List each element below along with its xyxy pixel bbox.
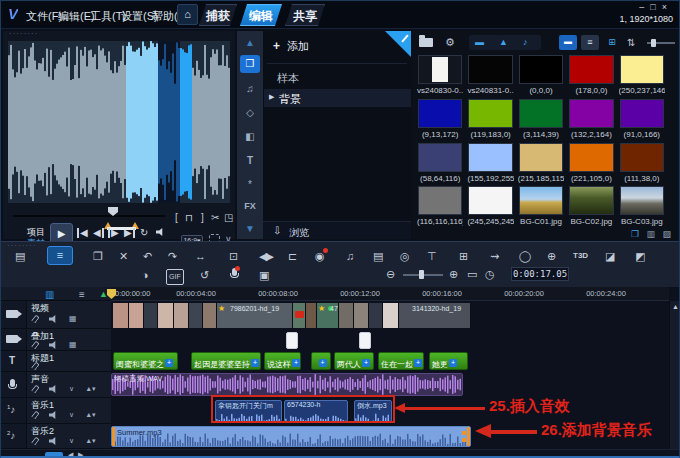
voiceover-mic-icon[interactable]: [232, 268, 237, 276]
link-icon[interactable]: [31, 361, 40, 370]
fit-timeline-icon[interactable]: ▭: [467, 268, 477, 280]
copy-icon[interactable]: ❐: [93, 250, 103, 262]
zoom-out-icon[interactable]: ⊖: [386, 268, 395, 280]
thumbnail[interactable]: [569, 99, 613, 128]
media-thumb[interactable]: vs240831-0...: [467, 55, 513, 96]
video-clip-segment[interactable]: [113, 303, 129, 328]
options-gear-icon[interactable]: ⚙: [445, 36, 455, 49]
video-clip-segment[interactable]: [174, 303, 189, 328]
category-audio[interactable]: ♫: [237, 83, 263, 94]
video-clip-segment[interactable]: 3141320-hd_19: [399, 303, 471, 328]
panel-drag-handle[interactable]: ········: [9, 32, 38, 36]
thumbnail[interactable]: [468, 186, 512, 215]
category-overlay[interactable]: ◧: [237, 131, 263, 142]
track-header-overlay1[interactable]: 叠加1 ▦: [1, 329, 111, 351]
video-clip-segment[interactable]: [189, 303, 203, 328]
category-decoration[interactable]: *: [237, 179, 263, 190]
video-clip-segment[interactable]: [203, 303, 217, 328]
go-end-button[interactable]: ▶: [124, 228, 135, 238]
thumbnail[interactable]: [519, 186, 563, 215]
multi-trim-icon[interactable]: ✕: [119, 250, 128, 262]
zoom-in-icon[interactable]: ⊕: [449, 268, 458, 280]
edit-title-icon[interactable]: +: [414, 359, 422, 367]
browse-bar[interactable]: ⇩ 浏览: [263, 221, 411, 239]
waveform-view-icon[interactable]: ▲▾: [85, 385, 95, 393]
track-header-voice[interactable]: 声音 ∨ ▲▾: [1, 372, 111, 398]
overlay-clip[interactable]: [359, 332, 371, 349]
mark-out-icon[interactable]: ]: [201, 212, 204, 223]
video-clip-segment[interactable]: ★47: [317, 303, 339, 328]
chevron-down-icon[interactable]: ∨: [69, 385, 74, 393]
fit-project-icon[interactable]: ↔: [195, 250, 206, 262]
media-thumb[interactable]: (116,116,116): [417, 186, 463, 227]
media-thumb[interactable]: BG-C03.jpg: [619, 186, 665, 227]
title-clip[interactable]: 闺蜜和婆婆之+: [113, 352, 178, 370]
media-thumb[interactable]: (215,185,115): [518, 143, 564, 184]
snapshot-icon[interactable]: ▣: [259, 269, 269, 281]
mask-object-icon[interactable]: ◩: [635, 250, 645, 262]
view-list-button[interactable]: ≡: [581, 35, 599, 50]
maximize-button[interactable]: □: [650, 2, 661, 12]
tab-share[interactable]: 共享: [285, 4, 325, 26]
timeline-vertical-scrollbar[interactable]: ▲: [669, 301, 680, 449]
category-title[interactable]: T: [237, 155, 263, 166]
scrollbar-thumb[interactable]: [45, 452, 63, 458]
color-adjust-icon[interactable]: ◑: [142, 269, 149, 281]
storyboard-view-icon[interactable]: ▤: [15, 250, 25, 262]
timeline-zoom-handle[interactable]: [419, 270, 424, 279]
media-thumb[interactable]: (9,13,172): [417, 99, 463, 140]
edit-title-icon[interactable]: +: [251, 359, 259, 367]
tab-edit[interactable]: 编辑: [240, 4, 282, 26]
split-icon[interactable]: ◀▶: [259, 250, 272, 262]
timeline-view-icon[interactable]: ≡: [47, 246, 73, 265]
gallery-view-icon[interactable]: ▥: [646, 229, 655, 239]
mute-icon[interactable]: [49, 437, 58, 445]
trim-mode-icon[interactable]: ⊏: [288, 250, 297, 262]
subtitle-editor-icon[interactable]: ⊤: [427, 250, 437, 262]
timeline-horizontal-scrollbar[interactable]: ◀ ▶: [1, 449, 680, 458]
mask-creator-icon[interactable]: ◯: [519, 250, 531, 262]
media-thumb[interactable]: (119,183,0): [467, 99, 513, 140]
thumbnail[interactable]: [418, 143, 462, 172]
grid-icon[interactable]: ▦: [69, 315, 77, 323]
toolbar-drag-handle[interactable]: ········: [7, 244, 36, 248]
video-clip-segment[interactable]: [158, 303, 174, 328]
thumbnail[interactable]: [519, 143, 563, 172]
scroll-up-icon[interactable]: ▲: [237, 37, 263, 48]
edit-title-icon[interactable]: +: [292, 359, 300, 367]
gif-creator-icon[interactable]: GIF: [166, 269, 184, 285]
thumbnail[interactable]: [418, 186, 462, 215]
surround-sound-icon[interactable]: ↺: [200, 269, 209, 281]
thumbnail[interactable]: [468, 99, 512, 128]
title-clip[interactable]: 她更+: [429, 352, 468, 370]
thumbnail[interactable]: [468, 55, 512, 84]
motion-tracking-icon[interactable]: ⇝: [490, 250, 499, 262]
close-button[interactable]: ×: [662, 2, 673, 12]
minimize-button[interactable]: –: [639, 2, 650, 12]
video-clip-segment[interactable]: [339, 303, 354, 328]
link-icon[interactable]: [31, 410, 40, 419]
thumbnail[interactable]: [620, 55, 664, 84]
scroll-down-icon[interactable]: ▼: [237, 223, 263, 234]
title-clip[interactable]: 说这样+: [264, 352, 301, 370]
scroll-right-arrow[interactable]: ▶: [78, 451, 83, 458]
edit-title-icon[interactable]: +: [319, 359, 327, 367]
clip-trim-handle-right[interactable]: [467, 427, 470, 446]
redo-icon[interactable]: ↷: [168, 250, 177, 262]
video-clip-segment[interactable]: [144, 303, 158, 328]
duration-clock-icon[interactable]: ◷: [485, 268, 495, 280]
thumbnail[interactable]: [519, 55, 563, 84]
ar-sticker-icon[interactable]: ⊕: [547, 250, 556, 262]
chevron-down-icon[interactable]: ∨: [69, 437, 74, 445]
mute-icon[interactable]: [49, 411, 58, 419]
grid-icon[interactable]: ▦: [69, 341, 77, 349]
video-clip-segment[interactable]: ★7986201-hd_19: [217, 303, 293, 328]
scroll-left-arrow[interactable]: ◀: [68, 451, 73, 458]
record-capture-icon[interactable]: ⊡: [229, 250, 238, 262]
3d-round-icon[interactable]: ◎: [400, 250, 410, 262]
filter-video-icon[interactable]: ▬: [475, 37, 484, 47]
volume-button[interactable]: [156, 228, 165, 238]
media-thumb[interactable]: (221,105,0): [568, 143, 614, 184]
thumbnail[interactable]: [569, 55, 613, 84]
sound-mixer-icon[interactable]: ◉: [315, 250, 325, 262]
